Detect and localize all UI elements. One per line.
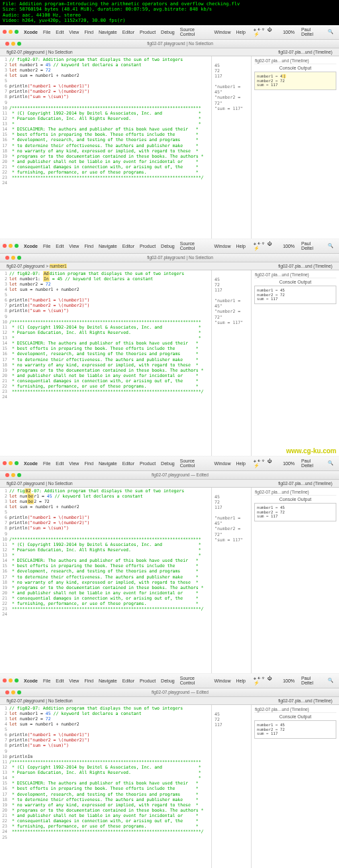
menu-window[interactable]: Window (212, 29, 234, 35)
search-icon[interactable]: 🔍 (325, 28, 336, 35)
close-icon[interactable] (5, 42, 9, 46)
code-editor[interactable]: 1// fig02-07: Addition program that disp… (0, 270, 212, 456)
breadcrumb[interactable]: fig02-07.playground — Edited (152, 690, 209, 694)
user-name[interactable]: Paul Deitel (299, 27, 324, 37)
zoom-icon[interactable] (15, 461, 19, 465)
close-icon[interactable] (3, 30, 7, 34)
menu-navigate[interactable]: Navigate (96, 243, 120, 249)
menu-help[interactable]: Help (233, 461, 248, 466)
zoom-icon[interactable] (17, 42, 21, 46)
tab-assistant[interactable]: fig02-07.pla…und (Timeline) (274, 698, 336, 704)
menu-debug[interactable]: Debug (158, 461, 177, 466)
search-icon[interactable]: 🔍 (325, 677, 336, 684)
menu-find[interactable]: Find (81, 243, 96, 249)
menu-help[interactable]: Help (233, 29, 248, 35)
tab-main[interactable]: fig02-07.playground > number1 (3, 263, 71, 269)
menu-navigate[interactable]: Navigate (96, 678, 120, 684)
menu-debug[interactable]: Debug (158, 29, 177, 35)
menu-debug[interactable]: Debug (158, 678, 177, 684)
tab-main[interactable]: fig02-07.playground | No Selection (3, 698, 77, 704)
zoom-icon[interactable] (15, 678, 19, 682)
menu-edit[interactable]: Edit (53, 461, 66, 466)
minimize-icon[interactable] (9, 30, 13, 34)
menu-find[interactable]: Find (81, 461, 96, 466)
menu-editor[interactable]: Editor (120, 678, 137, 684)
doc-window-controls[interactable] (3, 689, 24, 696)
menu-editor[interactable]: Editor (120, 243, 137, 249)
menu-find[interactable]: Find (81, 29, 96, 35)
window-controls[interactable] (0, 461, 21, 466)
app-menu[interactable]: Xcode (21, 461, 40, 466)
minimize-icon[interactable] (11, 690, 15, 694)
menu-sourcecontrol[interactable]: Source Control (177, 458, 212, 468)
breadcrumb[interactable]: fig02-07.playground | No Selection (147, 255, 213, 260)
menu-product[interactable]: Product (137, 461, 158, 466)
menu-editor[interactable]: Editor (120, 461, 137, 466)
code-editor[interactable]: 1// fig02-07: Addition program that disp… (0, 705, 212, 868)
user-name[interactable]: Paul Deitel (299, 241, 324, 251)
app-menu[interactable]: Xcode (21, 243, 40, 249)
close-icon[interactable] (5, 256, 9, 260)
menu-product[interactable]: Product (137, 243, 158, 249)
minimize-icon[interactable] (11, 256, 15, 260)
zoom-icon[interactable] (15, 244, 19, 248)
code-editor[interactable]: 1// fig02-07: Addition program that disp… (0, 56, 212, 239)
zoom-icon[interactable] (15, 30, 19, 34)
breadcrumb[interactable]: fig02-07.playground — Edited (152, 472, 209, 477)
menu-view[interactable]: View (66, 461, 81, 466)
menu-navigate[interactable]: Navigate (96, 461, 120, 466)
menu-window[interactable]: Window (212, 461, 234, 466)
close-icon[interactable] (5, 690, 9, 694)
menu-sourcecontrol[interactable]: Source Control (177, 27, 212, 37)
menu-file[interactable]: File (40, 243, 53, 249)
menu-editor[interactable]: Editor (120, 29, 137, 35)
zoom-icon[interactable] (17, 690, 21, 694)
tab-main[interactable]: fig02-07.playground | No Selection (3, 480, 77, 486)
tab-main[interactable]: fig02-07.playground | No Selection (3, 49, 77, 55)
assistant-tab[interactable]: fig02-07.pla…und (Timeline) (254, 489, 336, 496)
user-name[interactable]: Paul Deitel (299, 675, 324, 686)
menu-file[interactable]: File (40, 461, 53, 466)
minimize-icon[interactable] (11, 473, 15, 477)
menu-edit[interactable]: Edit (53, 29, 66, 35)
menu-view[interactable]: View (66, 29, 81, 35)
window-controls[interactable] (0, 678, 21, 683)
menu-product[interactable]: Product (137, 29, 158, 35)
search-icon[interactable]: 🔍 (325, 460, 336, 466)
minimize-icon[interactable] (9, 678, 13, 682)
menu-window[interactable]: Window (212, 243, 234, 249)
app-menu[interactable]: Xcode (21, 29, 40, 35)
doc-window-controls[interactable] (3, 254, 24, 261)
close-icon[interactable] (3, 461, 7, 465)
doc-window-controls[interactable] (3, 40, 24, 47)
tab-assistant[interactable]: fig02-07.pla…und (Timeline) (274, 480, 336, 486)
user-name[interactable]: Paul Deitel (299, 458, 324, 468)
breadcrumb[interactable]: fig02-07.playground | No Selection (147, 41, 213, 46)
close-icon[interactable] (3, 678, 7, 682)
menu-product[interactable]: Product (137, 678, 158, 684)
menu-view[interactable]: View (66, 678, 81, 684)
app-menu[interactable]: Xcode (21, 678, 40, 684)
menu-navigate[interactable]: Navigate (96, 29, 120, 35)
menu-file[interactable]: File (40, 29, 53, 35)
zoom-icon[interactable] (17, 473, 21, 477)
menu-view[interactable]: View (66, 243, 81, 249)
menu-find[interactable]: Find (81, 678, 96, 684)
menu-help[interactable]: Help (233, 678, 248, 684)
menu-window[interactable]: Window (212, 678, 234, 684)
code-editor[interactable]: 1// fig02-07: Addition program that disp… (0, 488, 212, 673)
search-icon[interactable]: 🔍 (325, 243, 336, 249)
zoom-icon[interactable] (17, 256, 21, 260)
assistant-tab[interactable]: fig02-07.pla…und (Timeline) (254, 706, 336, 713)
menu-file[interactable]: File (40, 678, 53, 684)
minimize-icon[interactable] (11, 42, 15, 46)
close-icon[interactable] (5, 473, 9, 477)
doc-window-controls[interactable] (3, 472, 24, 478)
assistant-tab[interactable]: fig02-07.pla…und (Timeline) (254, 58, 336, 64)
close-icon[interactable] (3, 244, 7, 248)
menu-help[interactable]: Help (233, 243, 248, 249)
window-controls[interactable] (0, 29, 21, 34)
window-controls[interactable] (0, 243, 21, 248)
menu-debug[interactable]: Debug (158, 243, 177, 249)
menu-sourcecontrol[interactable]: Source Control (177, 241, 212, 251)
